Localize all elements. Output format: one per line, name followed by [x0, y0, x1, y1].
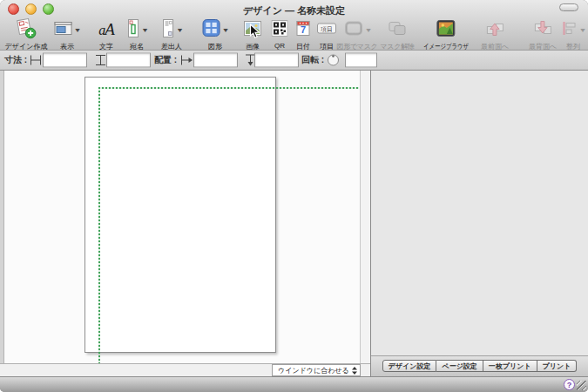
zoom-level-select[interactable]: ウインドウに合わせる — [272, 364, 361, 376]
svg-text:項目: 項目 — [321, 25, 333, 32]
titlebar[interactable]: デザイン — 名称未設定 — [0, 0, 588, 19]
address-icon — [125, 18, 140, 42]
zoom-level-value: ウインドウに合わせる — [273, 366, 349, 375]
design-canvas[interactable] — [3, 71, 370, 363]
vertical-scrollbar[interactable] — [360, 71, 370, 363]
height-icon — [95, 54, 106, 66]
format-bar: 寸法 : 配置 : 回転 : — [0, 50, 588, 71]
x-position-icon — [180, 55, 193, 66]
chevron-down-icon: ▼ — [141, 27, 149, 33]
inspector-column: デザイン設定ページ設定一枚プリントプリント — [370, 71, 588, 376]
field-icon: 項目 — [316, 21, 337, 39]
x-position-input[interactable] — [193, 53, 238, 68]
content-area: ウインドウに合わせる デザイン設定ページ設定一枚プリントプリント — [0, 71, 588, 376]
rotation-input[interactable] — [345, 53, 377, 68]
mask-shape-icon — [343, 20, 363, 40]
zoom-button[interactable] — [43, 3, 54, 15]
chevron-down-icon: ▼ — [221, 27, 229, 33]
position-label: 配置 : — [154, 54, 177, 66]
svg-text:7: 7 — [301, 24, 306, 35]
chevron-down-icon: ▼ — [176, 27, 184, 33]
toolbar-button-date[interactable]: 7日付 — [295, 18, 312, 51]
margin-guide-vertical — [98, 87, 100, 363]
sender-icon — [160, 18, 175, 42]
unmask-icon — [387, 20, 407, 40]
toolbar-button-image-browser[interactable]: イメージブラウザ — [417, 18, 474, 51]
margin-guide-horizontal — [98, 87, 359, 89]
resize-grip[interactable] — [577, 381, 586, 390]
window-title: デザイン — 名称未設定 — [70, 4, 518, 17]
view-icon — [54, 20, 73, 40]
help-button[interactable]: ? — [564, 379, 575, 390]
document-page[interactable] — [84, 77, 276, 353]
toolbar-button-unmask: マスク解除 — [380, 18, 414, 51]
toolbar-button-text[interactable]: aA文字 — [98, 18, 114, 51]
image-browser-icon — [436, 19, 456, 41]
align-icon — [561, 20, 578, 40]
mouse-cursor-icon — [249, 24, 260, 44]
toolbar-button-send-back: 最背面へ — [529, 18, 557, 51]
toolbar-button-field[interactable]: 項目項目 — [316, 18, 337, 51]
traffic-lights — [8, 3, 54, 15]
toolbar-button-mask-shape: ▼図形でマスク — [337, 18, 378, 51]
canvas-column: ウインドウに合わせる — [0, 71, 370, 376]
toolbar-toggle-button[interactable] — [559, 3, 578, 11]
toolbar-button-align: ▼整列 — [561, 18, 586, 51]
close-button[interactable] — [8, 3, 19, 15]
toolbar: デザイン作成▼表示aA文字▼宛名▼差出人▼図形画像QR7日付項目項目▼図形でマス… — [0, 17, 588, 50]
toolbar-button-view[interactable]: ▼表示 — [54, 18, 81, 51]
date-icon: 7 — [295, 19, 312, 41]
chevron-down-icon: ▼ — [578, 27, 586, 33]
app-window: デザイン — 名称未設定 デザイン作成▼表示aA文字▼宛名▼差出人▼図形画像QR… — [0, 0, 588, 392]
toolbar-button-label: QR — [274, 42, 285, 50]
toolbar-button-bring-front: 最前面へ — [481, 18, 509, 51]
toolbar-button-design-create[interactable]: デザイン作成 — [5, 18, 48, 51]
height-input[interactable] — [106, 53, 151, 68]
inspector-tab-strip: デザイン設定ページ設定一枚プリントプリント — [371, 356, 588, 376]
chevron-down-icon: ▼ — [73, 27, 81, 33]
inspector-tabs: デザイン設定ページ設定一枚プリントプリント — [382, 360, 578, 372]
window-bottom-bar: ? — [0, 376, 588, 392]
qr-icon — [272, 20, 288, 40]
rotation-dial-icon[interactable] — [326, 53, 341, 68]
send-back-icon — [533, 19, 553, 41]
inspector-tab-3[interactable]: プリント — [537, 360, 578, 372]
toolbar-button-shape[interactable]: ▼図形 — [202, 18, 229, 51]
width-input[interactable] — [43, 53, 87, 68]
inspector-tab-0[interactable]: デザイン設定 — [382, 360, 437, 372]
y-position-input[interactable] — [254, 53, 299, 68]
bring-front-icon — [485, 19, 505, 41]
toolbar-button-qr[interactable]: QR — [272, 18, 288, 50]
canvas-status-bar: ウインドウに合わせる — [0, 363, 370, 376]
inspector-tab-2[interactable]: 一枚プリント — [483, 360, 537, 372]
inspector-panel — [371, 71, 588, 356]
toolbar-button-address[interactable]: ▼宛名 — [125, 18, 148, 51]
stepper-arrows-icon[interactable] — [349, 365, 360, 375]
rotation-label: 回転 : — [301, 54, 324, 66]
shape-icon — [202, 18, 221, 41]
chevron-down-icon: ▼ — [364, 27, 372, 33]
text-icon: aA — [98, 20, 114, 39]
width-icon — [30, 55, 42, 66]
inspector-tab-1[interactable]: ページ設定 — [436, 360, 483, 372]
design-create-icon — [15, 17, 37, 43]
minimize-button[interactable] — [25, 3, 37, 15]
unified-toolbar-chrome: デザイン — 名称未設定 デザイン作成▼表示aA文字▼宛名▼差出人▼図形画像QR… — [0, 0, 588, 50]
toolbar-button-sender[interactable]: ▼差出人 — [160, 18, 183, 51]
size-label: 寸法 : — [4, 54, 27, 66]
